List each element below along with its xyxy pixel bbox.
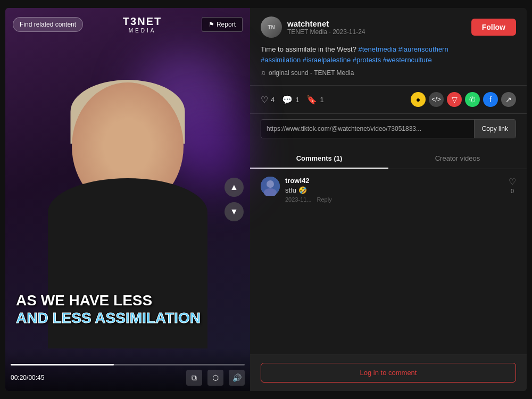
share-actions: ● </> ▽ ✆ f ↗	[411, 92, 516, 107]
comment-text: stfu 🤣	[285, 186, 503, 194]
share-more-button[interactable]: ↗	[501, 92, 516, 107]
url-text: https://www.tiktok.com/@watchtenet/video…	[261, 119, 474, 138]
content-header: TN watchtenet TENET Media · 2023-11-24 F…	[250, 8, 527, 86]
right-panel: TN watchtenet TENET Media · 2023-11-24 F…	[250, 8, 527, 391]
tab-comments[interactable]: Comments (1)	[250, 149, 388, 169]
sound-row: ♫ original sound - TENET Media	[261, 69, 516, 77]
avatar-inner: TN	[261, 16, 282, 38]
author-name: watchtenet	[287, 19, 365, 28]
avatar: TN	[261, 16, 282, 38]
control-icons: ⧉ ⬡ 🔊	[186, 370, 245, 386]
heart-icon: ♡	[261, 95, 268, 105]
copy-link-button[interactable]: Copy link	[474, 120, 516, 138]
share-yellow-button[interactable]: ●	[411, 92, 426, 107]
nav-down-button[interactable]: ▼	[225, 202, 244, 221]
nav-up-button[interactable]: ▲	[225, 178, 244, 197]
comment-avatar	[261, 177, 280, 196]
author-details: watchtenet TENET Media · 2023-11-24	[287, 19, 365, 36]
description: Time to assimilate in the West? #tenetme…	[261, 44, 516, 65]
hashtag-tenetmedia[interactable]: #tenetmedia	[359, 45, 397, 53]
comment-action[interactable]: 💬 1	[282, 95, 299, 105]
progress-fill	[11, 364, 114, 365]
comment-content: trowl42 stfu 🤣 2023-11... Reply	[285, 177, 503, 203]
bookmark-icon: 🔖	[306, 95, 317, 105]
time-display: 00:20/00:45	[11, 374, 44, 381]
caption-line-2: AND LESS ASSIMILATION	[16, 309, 239, 327]
login-button[interactable]: Log in to comment	[261, 363, 516, 383]
like-icon[interactable]: ♡	[509, 177, 516, 187]
follow-button[interactable]: Follow	[471, 19, 516, 36]
share-facebook-button[interactable]: f	[483, 92, 498, 107]
video-caption: AS WE HAVE LESS AND LESS ASSIMILATION	[16, 292, 239, 327]
heart-action[interactable]: ♡ 4	[261, 95, 275, 105]
comment-username: trowl42	[285, 177, 503, 185]
bookmark-action[interactable]: 🔖 1	[306, 95, 323, 105]
author-row: TN watchtenet TENET Media · 2023-11-24 F…	[261, 16, 516, 38]
hashtag-israelpalestine[interactable]: #israelpalestine	[303, 56, 351, 64]
share-whatsapp-button[interactable]: ✆	[465, 92, 480, 107]
hashtag-westernculture[interactable]: #westernculture	[383, 56, 432, 64]
url-bar: https://www.tiktok.com/@watchtenet/video…	[261, 119, 516, 138]
left-actions: ♡ 4 💬 1 🔖 1	[261, 95, 324, 105]
tenet-logo: T3NET MEDIA	[123, 15, 162, 34]
volume-button[interactable]: 🔊	[229, 370, 245, 386]
like-count: 0	[511, 188, 514, 194]
video-top-bar: Find related content T3NET MEDIA ⚑ Repor…	[5, 15, 250, 34]
comment-date: 2023-11...	[285, 196, 312, 203]
app-container: Find related content T3NET MEDIA ⚑ Repor…	[5, 8, 527, 391]
flag-icon: ⚑	[209, 21, 214, 28]
login-to-comment: Log in to comment	[250, 354, 527, 391]
caption-line-1: AS WE HAVE LESS	[16, 292, 239, 310]
airplay-button[interactable]: ⬡	[207, 370, 223, 386]
table-row: trowl42 stfu 🤣 2023-11... Reply ♡ 0	[261, 177, 516, 203]
actions-row: ♡ 4 💬 1 🔖 1 ● </> ▽ ✆ f ↗	[250, 86, 527, 114]
progress-bar[interactable]	[11, 364, 245, 365]
comment-meta: 2023-11... Reply	[285, 196, 503, 203]
comments-section: trowl42 stfu 🤣 2023-11... Reply ♡ 0	[250, 169, 527, 354]
url-bar-wrapper: https://www.tiktok.com/@watchtenet/video…	[250, 119, 527, 138]
hashtag-assimilation[interactable]: #assimilation	[261, 56, 301, 64]
svg-point-1	[267, 180, 274, 188]
video-controls: 00:20/00:45 ⧉ ⬡ 🔊	[5, 348, 250, 391]
video-panel: Find related content T3NET MEDIA ⚑ Repor…	[5, 8, 250, 391]
tabs-row: Comments (1) Creator videos	[250, 149, 527, 169]
reply-link[interactable]: Reply	[317, 196, 332, 203]
find-related-button[interactable]: Find related content	[13, 17, 83, 32]
hashtag-protests[interactable]: #protests	[353, 56, 381, 64]
report-button[interactable]: ⚑ Report	[202, 17, 243, 32]
comment-icon: 💬	[282, 95, 293, 105]
pip-button[interactable]: ⧉	[186, 370, 202, 386]
controls-row: 00:20/00:45 ⧉ ⬡ 🔊	[11, 370, 245, 386]
comment-like: ♡ 0	[509, 177, 516, 203]
hashtag-laurensouthern[interactable]: #laurensouthern	[398, 45, 448, 53]
author-info: TN watchtenet TENET Media · 2023-11-24	[261, 16, 365, 38]
share-code-button[interactable]: </>	[429, 92, 444, 107]
music-note-icon: ♫	[261, 69, 265, 77]
share-red-button[interactable]: ▽	[447, 92, 462, 107]
nav-arrows: ▲ ▼	[225, 178, 244, 221]
tab-creator-videos[interactable]: Creator videos	[388, 149, 527, 169]
author-sub: TENET Media · 2023-11-24	[287, 28, 365, 36]
